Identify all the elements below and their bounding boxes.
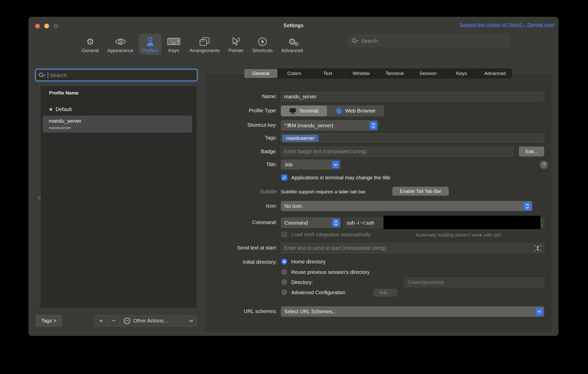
subtitle-label: Subtitle [191, 189, 277, 195]
toolbar-item-advanced[interactable]: ⚙⚙ Advanced [278, 34, 306, 55]
gears-icon: ⚙⚙ [288, 36, 296, 48]
edit-button-label: Edit... [380, 290, 391, 295]
tab-terminal[interactable]: Terminal [378, 69, 411, 78]
profile-type-segmented: Terminal Web Browser [281, 105, 384, 116]
profile-type-web-browser[interactable]: Web Browser [327, 105, 384, 116]
toolbar-item-label: Advanced [281, 48, 303, 53]
advanced-configuration-edit-button[interactable]: Edit... [374, 289, 397, 297]
icon-label: Icon: [191, 203, 277, 209]
toolbar-item-label: Shortcuts [252, 48, 273, 53]
title-change-checkbox-label: Applications in terminal may change the … [291, 175, 390, 181]
other-actions-button[interactable]: Other Actions... [120, 315, 197, 326]
toolbar-item-general[interactable]: ⚙ General [78, 34, 102, 55]
toolbar-search-input[interactable] [361, 38, 506, 44]
help-label: ? [543, 162, 545, 168]
edit-button-label: Edit... [525, 149, 538, 154]
url-schemes-value: Select URL Schemes... [284, 309, 536, 315]
keyboard-icon: ⌨ [167, 36, 181, 48]
icon-value: No Icon [284, 203, 524, 209]
title-pulldown[interactable]: Job [281, 160, 341, 170]
send-text-input[interactable] [284, 245, 532, 251]
shell-integration-label: Load shell integration automatically [291, 232, 370, 238]
tab-text[interactable]: Text [311, 69, 344, 78]
tag-token[interactable]: manduserver [282, 135, 318, 142]
toolbar-item-pointer[interactable]: Pointer [225, 34, 247, 55]
other-actions-label: Other Actions... [133, 318, 168, 324]
splitter-handle[interactable] [38, 196, 41, 199]
toolbar-search-field[interactable] [348, 35, 510, 47]
shell-integration-checkbox[interactable] [281, 231, 287, 237]
stepper-icon [332, 219, 339, 227]
toolbar-separator [28, 58, 559, 58]
tags-field[interactable]: manduserver [281, 133, 544, 143]
profile-search-field[interactable] [35, 69, 197, 81]
toolbar-item-shortcuts[interactable]: Shortcuts [249, 34, 276, 55]
toolbar-item-label: Profiles [142, 48, 158, 53]
tab-keys[interactable]: Keys [445, 69, 478, 78]
chevron-down-icon [536, 308, 543, 315]
shell-integration-note: Automatic loading doesn't work with ssh [415, 232, 501, 238]
home-directory-label: Home directory [291, 259, 326, 265]
header-separator [40, 100, 197, 100]
tags-toggle-button[interactable]: Tags > [36, 315, 62, 326]
shortcut-key-label: Shortcut key: [191, 122, 277, 128]
monitor-icon [289, 108, 296, 114]
toolbar-item-appearance[interactable]: Appearance [104, 34, 137, 55]
subtitle-note: Subtitle support requires a taller tab b… [281, 189, 366, 195]
screen: { "window": { "title": "Settings", "dona… [0, 0, 588, 374]
shortcut-key-value: ^⌘M (mandu_server) [284, 122, 370, 129]
profile-type-terminal[interactable]: Terminal [281, 105, 327, 116]
tab-window[interactable]: Window [344, 69, 378, 78]
radio-advanced-configuration[interactable] [281, 289, 287, 295]
tags-button-label: Tags > [41, 318, 56, 324]
enable-tall-tab-bar-label: Enable Tall Tab Bar [400, 189, 441, 194]
url-schemes-label: URL schemes: [191, 308, 277, 314]
badge-label: Badge: [191, 149, 277, 154]
icon-popup[interactable]: No Icon [281, 201, 532, 211]
profile-search-input[interactable] [50, 72, 194, 78]
url-schemes-pulldown[interactable]: Select URL Schemes... [281, 306, 544, 317]
settings-window: Settings Support the creator of iTerm2 –… [28, 17, 559, 336]
radio-reuse-directory[interactable] [281, 269, 287, 275]
web-browser-option-label: Web Browser [345, 108, 376, 114]
send-text-field[interactable] [281, 243, 544, 253]
remove-profile-button[interactable]: − [107, 315, 120, 326]
badge-edit-button[interactable]: Edit... [519, 147, 544, 157]
star-icon: ★ [49, 106, 53, 112]
toolbar-item-keys[interactable]: ⌨ Keys [163, 34, 184, 55]
shortcut-key-popup[interactable]: ^⌘M (mandu_server) [281, 120, 378, 131]
tab-session[interactable]: Session [411, 69, 445, 78]
toolbar-item-profiles[interactable]: Profiles [139, 34, 161, 55]
tab-general[interactable]: General [244, 69, 277, 78]
profile-name: mandu_server [49, 118, 81, 124]
badge-input[interactable] [284, 149, 510, 154]
command-value: ssh -i ~/.ssh [347, 220, 374, 226]
command-type-popup[interactable]: Command [281, 217, 341, 228]
donate-link[interactable]: Support the creator of iTerm2 – Donate n… [459, 22, 554, 28]
badge-field[interactable] [281, 147, 514, 157]
toolbar-item-label: Keys [168, 48, 179, 53]
profile-item-selected[interactable]: mandu_server manduserver [43, 116, 192, 133]
title-label: Title: [191, 162, 277, 167]
radio-directory[interactable] [281, 279, 287, 285]
radio-home-directory[interactable] [281, 259, 287, 264]
check-icon: ✓ [283, 175, 286, 180]
tags-label: Tags: [191, 135, 277, 141]
name-input[interactable] [284, 94, 541, 100]
toolbar-item-arrangements[interactable]: Arrangements [186, 34, 223, 55]
help-button[interactable]: ? [540, 161, 548, 169]
bolt-circle-icon [258, 36, 267, 48]
name-field[interactable] [281, 92, 544, 101]
title-change-checkbox[interactable]: ✓ [281, 175, 287, 181]
expand-icon[interactable] [534, 245, 541, 252]
send-text-label: Send text at start: [191, 245, 277, 251]
add-profile-button[interactable]: + [95, 315, 107, 326]
gear-icon: ⚙ [86, 36, 94, 48]
directory-field[interactable]: /Users/jeonminji [404, 277, 544, 287]
profile-item-default[interactable]: ★ Default [49, 106, 72, 112]
eye-icon [115, 36, 126, 48]
tab-colors[interactable]: Colors [277, 69, 311, 78]
enable-tall-tab-bar-button[interactable]: Enable Tall Tab Bar [392, 187, 449, 196]
tab-advanced[interactable]: Advanced [478, 69, 512, 78]
profile-type-label: Profile Type: [191, 108, 277, 114]
